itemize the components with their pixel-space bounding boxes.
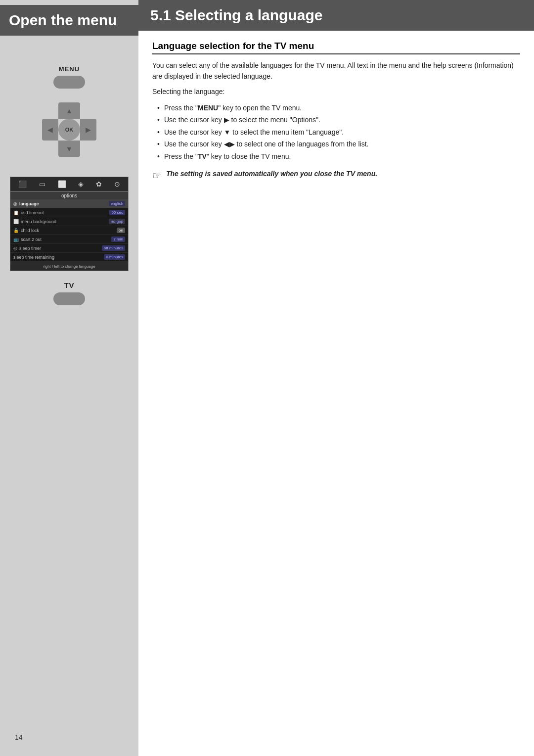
dpad-right[interactable]: ▶ [80, 119, 96, 141]
list-item-4: Use the cursor key ◀▶ to select one of t… [157, 139, 520, 149]
remaining-text: sleep time remaining [13, 255, 54, 260]
page: Open the menu MENU ▲ ◀ OK ▶ [0, 0, 534, 756]
tv-icon-1: ⬛ [18, 180, 27, 188]
scart-icon: 📺 [13, 237, 19, 242]
tv-menu-screenshot: ⬛ ▭ ⬜ ◈ ✿ ⊙ options ◎ language english [10, 177, 129, 271]
left-column: Open the menu MENU ▲ ◀ OK ▶ [0, 0, 138, 756]
right-content: Language selection for the TV menu You c… [138, 31, 534, 191]
dpad-container: ▲ ◀ OK ▶ ▼ [42, 102, 96, 157]
tv-menu-tab-label: options [10, 191, 128, 199]
menu-pill-button[interactable] [53, 76, 85, 89]
page-number: 14 [15, 733, 23, 741]
tv-menu-row-sleep: ◎ sleep timer off minutes [10, 244, 128, 253]
osd-row-label: 📋 osd timeout [13, 210, 44, 215]
tv-menu-row-scart: 📺 scart 2 out 7 min [10, 235, 128, 244]
tv-icon-6: ⊙ [114, 180, 120, 188]
note-text: The setting is saved automatically when … [166, 169, 377, 180]
scart-row-label: 📺 scart 2 out [13, 237, 42, 242]
remaining-value: 0 minutes [104, 254, 125, 260]
dpad-ok[interactable]: OK [58, 119, 80, 141]
osd-text: osd timeout [21, 210, 44, 215]
list-item-1: Press the "MENU" key to open the TV menu… [157, 102, 520, 113]
language-row-label: ◎ language [13, 201, 39, 206]
bg-row-label: ⬜ menu background [13, 219, 56, 224]
language-text: language [19, 201, 39, 206]
tv-icon-2: ▭ [39, 180, 45, 188]
tv-menu-icon-row: ⬛ ▭ ⬜ ◈ ✿ ⊙ [10, 177, 128, 191]
selecting-label: Selecting the language: [152, 87, 520, 97]
tv-menu-row-language: ◎ language english [10, 199, 128, 208]
list-item-5: Press the "TV" key to close the TV menu. [157, 151, 520, 162]
tv-pill-button[interactable] [53, 292, 85, 305]
tv-menu-row-bg: ⬜ menu background no-gap [10, 217, 128, 226]
menu-button-container: MENU [53, 65, 85, 89]
bold-menu: MENU [198, 104, 218, 112]
up-arrow-icon: ▲ [66, 107, 73, 115]
language-icon: ◎ [13, 201, 17, 206]
note-icon: ☞ [152, 170, 161, 182]
dpad-left[interactable]: ◀ [42, 119, 58, 141]
right-header-title: 5.1 Selecting a language [150, 7, 322, 24]
down-arrow-icon: ▼ [66, 145, 73, 153]
sleep-value: off minutes [102, 245, 125, 251]
child-icon: 🔒 [13, 228, 19, 233]
note-box: ☞ The setting is saved automatically whe… [152, 169, 520, 182]
tv-menu-row-osd: 📋 osd timeout 60 sec [10, 208, 128, 217]
tv-icon-3: ⬜ [58, 180, 66, 188]
child-row-label: 🔒 child lock [13, 228, 39, 233]
bg-icon: ⬜ [13, 219, 19, 224]
tv-menu-rows: ◎ language english 📋 osd timeout 60 sec … [10, 199, 128, 262]
left-header: Open the menu [0, 5, 138, 36]
left-header-title: Open the menu [9, 12, 117, 28]
ok-label: OK [65, 127, 74, 133]
menu-label: MENU [59, 65, 80, 73]
right-column: 5.1 Selecting a language Language select… [138, 0, 534, 756]
osd-value: 60 sec [109, 210, 125, 215]
sleep-text: sleep timer [19, 246, 41, 251]
remaining-row-label: sleep time remaining [13, 255, 54, 260]
tv-menu-row-child: 🔒 child lock on [10, 226, 128, 235]
list-item-3: Use the cursor key ▼ to select the menu … [157, 127, 520, 138]
dpad: ▲ ◀ OK ▶ ▼ [42, 102, 96, 157]
bg-text: menu background [21, 219, 56, 224]
tv-icon-5: ✿ [96, 180, 102, 188]
bg-value: no-gap [109, 219, 125, 224]
instruction-list: Press the "MENU" key to open the TV menu… [152, 102, 520, 162]
sleep-row-label: ◎ sleep timer [13, 246, 41, 251]
tv-label: TV [64, 281, 74, 289]
tv-menu-footer: right / left to change language [10, 262, 128, 271]
section-title: Language selection for the TV menu [152, 41, 520, 54]
language-value: english [109, 201, 125, 206]
intro-text: You can select any of the available lang… [152, 60, 520, 82]
tv-menu-row-remaining: sleep time remaining 0 minutes [10, 253, 128, 262]
list-item-2: Use the cursor key ▶ to select the menu … [157, 114, 520, 125]
child-value: on [117, 228, 125, 233]
note-bold: The setting is saved automatically when … [166, 170, 377, 178]
right-arrow-icon: ▶ [86, 126, 91, 134]
left-arrow-icon: ◀ [47, 126, 53, 134]
scart-text: scart 2 out [21, 237, 42, 242]
dpad-up[interactable]: ▲ [58, 102, 80, 119]
osd-icon: 📋 [13, 210, 19, 215]
dpad-down[interactable]: ▼ [58, 141, 80, 157]
bold-tv: TV [198, 152, 207, 160]
right-header: 5.1 Selecting a language [138, 0, 534, 31]
child-text: child lock [21, 228, 39, 233]
tv-icon-4: ◈ [78, 180, 84, 188]
tv-button-container: TV [53, 281, 85, 305]
scart-value: 7 min [111, 236, 125, 242]
sleep-icon: ◎ [13, 246, 17, 251]
